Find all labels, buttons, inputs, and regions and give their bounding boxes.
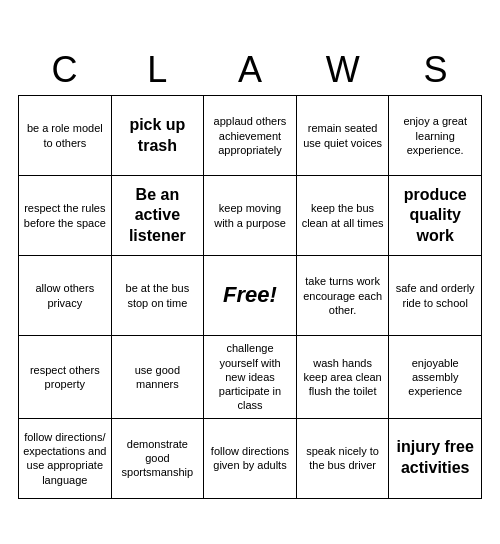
cell-16: use good manners [112,336,205,418]
cell-7: keep moving with a purpose [204,176,297,256]
header-row: CLAWS [18,45,482,95]
header-letter-w: W [296,45,389,95]
cell-20: follow directions/ expectations and use … [19,419,112,499]
cell-17: challenge yourself with new ideas partic… [204,336,297,418]
cell-14: safe and orderly ride to school [389,256,482,336]
cell-15: respect others property [19,336,112,418]
cell-12: Free! [204,256,297,336]
cell-18: wash hands keep area clean flush the toi… [297,336,390,418]
cell-4: enjoy a great learning experience. [389,96,482,176]
cell-13: take turns work encourage each other. [297,256,390,336]
cell-21: demonstrate good sportsmanship [112,419,205,499]
cell-9: produce quality work [389,176,482,256]
cell-10: allow others privacy [19,256,112,336]
cell-5: respect the rules before the space [19,176,112,256]
cell-19: enjoyable assembly experience [389,336,482,418]
bingo-grid: be a role model to otherspick up trashap… [18,95,482,498]
cell-22: follow directions given by adults [204,419,297,499]
cell-6: Be an active listener [112,176,205,256]
header-letter-s: S [389,45,482,95]
cell-0: be a role model to others [19,96,112,176]
cell-2: applaud others achievement appropriately [204,96,297,176]
cell-23: speak nicely to the bus driver [297,419,390,499]
cell-8: keep the bus clean at all times [297,176,390,256]
header-letter-c: C [18,45,111,95]
cell-24: injury free activities [389,419,482,499]
header-letter-l: L [111,45,204,95]
cell-1: pick up trash [112,96,205,176]
bingo-card: CLAWS be a role model to otherspick up t… [10,37,490,506]
cell-3: remain seated use quiet voices [297,96,390,176]
header-letter-a: A [204,45,297,95]
cell-11: be at the bus stop on time [112,256,205,336]
